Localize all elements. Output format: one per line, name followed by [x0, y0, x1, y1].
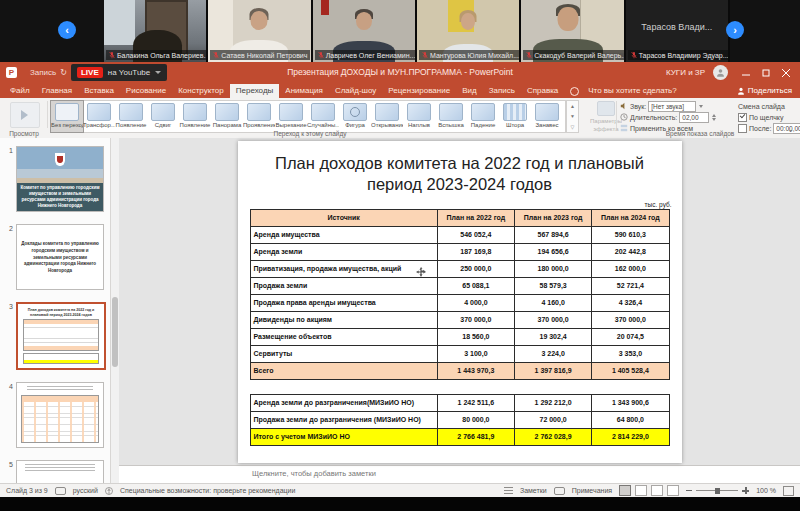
tab-help[interactable]: Справка — [521, 84, 564, 98]
tab-insert[interactable]: Вставка — [78, 84, 120, 98]
slide-thumbnail-3-selected[interactable]: 3 План доходов комитета на 2022 год и пл… — [2, 302, 107, 370]
tab-home[interactable]: Главная — [36, 84, 78, 98]
collapse-ribbon-icon[interactable]: ⌄ — [787, 125, 794, 134]
participant-tile[interactable]: Мантурова Юлия Михайл... — [417, 0, 521, 62]
transition-icon — [375, 103, 399, 121]
duration-input[interactable]: 02,00 — [679, 112, 709, 123]
slide-thumbnail-1[interactable]: 1 Комитет по управлению городским имущес… — [2, 146, 107, 212]
zoom-slider-knob[interactable] — [715, 488, 720, 494]
gallery-scroll-buttons[interactable]: ▲ ▼ ▽ — [566, 100, 579, 133]
thumbnail-image[interactable]: План доходов комитета на 2022 год и план… — [16, 302, 106, 370]
transition-curtains[interactable]: Занавес — [531, 101, 563, 132]
table-row: Аренда земли до разграничения(МИЗиИО НО)… — [250, 394, 669, 411]
dropdown-arrow-icon[interactable] — [699, 105, 703, 108]
slide-thumbnail-4[interactable]: 4 — [2, 382, 107, 448]
gallery-up-icon[interactable]: ▲ — [570, 103, 575, 109]
tab-view[interactable]: Вид — [456, 84, 482, 98]
transition-uncover[interactable]: Открывание — [371, 101, 403, 132]
transition-push[interactable]: Сдвиг — [147, 101, 179, 132]
account-name[interactable]: КУГИ и ЗР — [666, 68, 705, 77]
table-total-row: Всего1 443 970,31 397 816,91 405 528,4 — [250, 362, 669, 379]
transition-shape[interactable]: Фигура — [339, 101, 371, 132]
powerpoint-window: P Запись ↻ LIVE на YouTube Презентация Д… — [0, 62, 800, 511]
close-button[interactable] — [778, 65, 794, 81]
tell-me-box[interactable]: Что вы хотите сделать? — [582, 84, 682, 98]
accessibility-icon — [105, 487, 113, 495]
tab-design[interactable]: Конструктор — [172, 84, 230, 98]
participants-scroll-right-button[interactable]: › — [726, 21, 744, 39]
transition-cover[interactable]: Наплыв — [403, 101, 435, 132]
table-row: Сервитуты3 100,03 224,03 353,0 — [250, 345, 669, 362]
participant-tile[interactable]: Скакодуб Валерий Валерь... — [521, 0, 625, 62]
language-indicator[interactable]: русский — [73, 487, 98, 494]
slide-sorter-view-button[interactable] — [635, 485, 647, 496]
thumbnail-caption: Комитет по управлению городским имуществ… — [19, 185, 101, 209]
zoom-out-icon[interactable] — [686, 490, 692, 492]
thumbnail-scrollbar[interactable] — [111, 138, 119, 484]
tab-transitions[interactable]: Переходы — [230, 84, 280, 98]
on-click-checkbox[interactable] — [738, 113, 747, 122]
tab-animations[interactable]: Анимация — [279, 84, 329, 98]
tab-file[interactable]: Файл — [4, 84, 36, 98]
tab-review[interactable]: Рецензирование — [382, 84, 456, 98]
thumbnail-image[interactable]: Доклады комитета по управлению городским… — [16, 224, 104, 290]
group-label-timing: Время показа слайдов — [620, 130, 780, 137]
participant-tile[interactable]: Тарасов Влади... Тарасов Владимир Эдуар.… — [626, 0, 730, 62]
duration-spinner[interactable] — [712, 114, 716, 121]
tab-slideshow[interactable]: Слайд-шоу — [329, 84, 382, 98]
participant-tile[interactable]: Балакина Ольга Валериев... — [104, 0, 208, 62]
preview-button[interactable] — [10, 102, 40, 128]
tab-draw[interactable]: Рисование — [120, 84, 172, 98]
transition-flash[interactable]: Вспышка — [435, 101, 467, 132]
zoom-in-icon[interactable] — [742, 487, 749, 494]
gallery-down-icon[interactable]: ▼ — [570, 113, 575, 119]
transition-pan[interactable]: Панорама — [211, 101, 243, 132]
scrollbar-thumb[interactable] — [112, 297, 118, 367]
duration-clock-icon — [620, 113, 628, 121]
normal-view-button[interactable] — [619, 485, 631, 496]
thumbnail-image[interactable] — [16, 460, 104, 484]
title-bar: P Запись ↻ LIVE на YouTube Презентация Д… — [0, 62, 800, 84]
notes-icon — [504, 487, 513, 494]
avatar[interactable] — [713, 65, 728, 80]
slide-thumbnail-2[interactable]: 2 Доклады комитета по управлению городск… — [2, 224, 107, 290]
notes-pane[interactable]: Щелкните, чтобы добавить заметки — [119, 465, 800, 484]
participant-tile[interactable]: Лавричев Олег Вениамин... — [313, 0, 417, 62]
transition-reveal[interactable]: Проявление — [243, 101, 275, 132]
accessibility-check[interactable]: Специальные возможности: проверьте реком… — [120, 487, 296, 494]
slideshow-view-button[interactable] — [667, 485, 679, 496]
participant-tile[interactable]: Сатаев Николай Петрович — [208, 0, 312, 62]
transition-fall-over[interactable]: Падение — [467, 101, 499, 132]
participants-scroll-left-button[interactable]: ‹ — [58, 21, 76, 39]
minimize-button[interactable] — [738, 65, 754, 81]
transition-fade[interactable]: Появление — [115, 101, 147, 132]
participant-name-label: Сатаев Николай Петрович — [210, 50, 310, 60]
transition-cut[interactable]: Вырезание — [275, 101, 307, 132]
thumbnail-image[interactable]: Комитет по управлению городским имуществ… — [16, 146, 104, 212]
zoom-level[interactable]: 100 % — [756, 487, 776, 494]
reading-view-button[interactable] — [651, 485, 663, 496]
zoom-slider[interactable] — [696, 490, 738, 491]
share-button[interactable]: Поделиться — [737, 86, 792, 95]
participant-name: Мантурова Юлия Михайл... — [430, 52, 519, 59]
sound-select[interactable]: [Нет звука] — [648, 101, 696, 112]
transition-wipe[interactable]: Появление — [179, 101, 211, 132]
transition-icon — [503, 103, 527, 121]
thumbnail-image[interactable] — [16, 382, 104, 448]
fit-slide-icon[interactable] — [783, 486, 794, 496]
notes-toggle-button[interactable]: Заметки — [520, 487, 547, 494]
tab-record[interactable]: Запись — [483, 84, 521, 98]
slide-thumbnail-5[interactable]: 5 — [2, 460, 107, 484]
slide[interactable]: План доходов комитета на 2022 год и план… — [238, 141, 682, 463]
display-settings-icon[interactable] — [55, 487, 66, 495]
comments-toggle-button[interactable]: Примечания — [572, 487, 612, 494]
transition-none[interactable]: Без перехода — [51, 101, 83, 132]
video-conference-strip: ‹ Балакина Ольга Валериев... Сатаев Нико… — [0, 0, 800, 62]
participant-tiles: Балакина Ольга Валериев... Сатаев Никола… — [104, 0, 730, 62]
mini-table-2 — [23, 353, 99, 364]
transition-morph[interactable]: Трансфор... — [83, 101, 115, 132]
transition-random-bars[interactable]: Случайны... — [307, 101, 339, 132]
gallery-more-icon[interactable]: ▽ — [571, 124, 575, 130]
restore-button[interactable] — [758, 65, 774, 81]
transition-drape[interactable]: Штора — [499, 101, 531, 132]
